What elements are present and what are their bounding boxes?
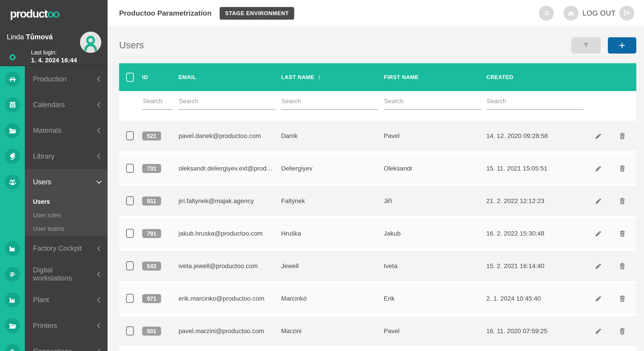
sidebar-icon-circle[interactable] (5, 72, 20, 86)
sidebar-icon-circle[interactable] (5, 241, 20, 256)
column-header-created[interactable]: CREATED (486, 63, 514, 91)
chevron (90, 245, 108, 252)
delete-button[interactable] (618, 131, 627, 141)
search-input-email[interactable] (178, 98, 276, 110)
edit-button[interactable] (594, 131, 603, 141)
chevron-down-icon (95, 178, 102, 186)
chevron (90, 322, 108, 329)
row-email: pavel.danek@productoo.com (178, 121, 261, 151)
logout-button[interactable] (619, 6, 634, 20)
productoo-logo[interactable]: productoo (10, 7, 59, 20)
row-checkbox[interactable] (126, 294, 134, 303)
add-user-button[interactable] (608, 37, 636, 53)
search-input-last-name[interactable] (281, 98, 378, 110)
sidebar-icon-circle[interactable] (5, 123, 20, 138)
edit-button[interactable] (594, 294, 603, 303)
delete-button[interactable] (618, 326, 627, 336)
search-input-first-name[interactable] (384, 98, 481, 110)
sidebar-item-library[interactable]: Library (0, 143, 108, 169)
row-email: oleksandr.deliergiyev.ext@prod… (178, 153, 273, 183)
edit-button[interactable] (594, 164, 603, 173)
logo-text: product (10, 7, 47, 20)
sidebar-subitem-user-teams[interactable]: User teams (0, 222, 108, 236)
delete-button[interactable] (618, 196, 627, 206)
sidebar-item-printers[interactable]: Printers (0, 313, 108, 339)
edit-button[interactable] (594, 326, 603, 336)
row-first-name: Pavel (384, 316, 400, 346)
delete-button[interactable] (618, 294, 627, 303)
pencil-icon (594, 132, 603, 140)
list-icon (542, 9, 551, 17)
sidebar-item-materials[interactable]: Materials (0, 118, 108, 143)
delete-button[interactable] (618, 261, 627, 271)
sidebar-item-digital-workstations[interactable]: Digital workstations (0, 261, 108, 287)
trash-icon (618, 164, 626, 173)
sidebar-icon-circle[interactable] (5, 267, 20, 282)
table-search-row (119, 91, 636, 117)
row-created: 14. 12. 2020 09:28:58 (486, 121, 548, 151)
sidebar-item-label: Printers (33, 322, 90, 330)
pencil-icon (594, 327, 603, 336)
app-title: Productoo Parametrization (119, 9, 212, 17)
row-id-badge: 791 (142, 229, 161, 238)
sidebar-item-label: Users (33, 178, 90, 186)
sidebar-item-connections[interactable]: Connections (0, 339, 108, 351)
delete-button[interactable] (618, 229, 627, 238)
table-body: 521 pavel.danek@productoo.com Danìk Pave… (119, 121, 636, 346)
search-input-created[interactable] (486, 98, 584, 110)
column-header-email[interactable]: EMAIL (178, 63, 196, 91)
lines-icon (8, 348, 17, 351)
sidebar-icon-circle[interactable] (5, 149, 20, 164)
table-row: 501 pavel.marzini@productoo.com Marzini … (119, 316, 636, 346)
sidebar-item-users[interactable]: Users (0, 169, 108, 195)
edit-button[interactable] (594, 229, 603, 238)
edit-button[interactable] (594, 196, 603, 206)
search-input-id[interactable] (142, 98, 173, 110)
row-id-badge: 971 (142, 294, 161, 303)
row-checkbox[interactable] (126, 326, 134, 336)
sidebar-icon-circle[interactable] (5, 293, 20, 308)
column-header-id[interactable]: ID (142, 63, 148, 91)
filter-button[interactable] (571, 37, 600, 53)
row-id-badge: 731 (142, 164, 161, 173)
sidebar-icon-circle[interactable] (5, 344, 20, 351)
table-row: 731 oleksandr.deliergiyev.ext@prod… Deli… (119, 153, 636, 183)
sidebar-item-factory-cockpit[interactable]: Factory Cockpit (0, 236, 108, 261)
sidebar-subitem-users[interactable]: Users (0, 195, 108, 209)
users-table: ID EMAIL LAST NAME↑ FIRST NAME CREATED 5… (119, 63, 636, 351)
row-created: 21. 2. 2022 12:12:23 (486, 186, 544, 216)
row-checkbox[interactable] (126, 229, 134, 238)
sidebar-item-calendars[interactable]: Calendars (0, 92, 108, 118)
chevron (90, 271, 108, 278)
trash-icon (618, 262, 626, 270)
home-icon (567, 9, 575, 17)
delete-button[interactable] (618, 164, 627, 173)
sidebar-icon-circle[interactable] (5, 97, 20, 112)
menu-list-button[interactable] (539, 6, 554, 20)
row-checkbox[interactable] (126, 164, 134, 173)
sort-asc-icon: ↑ (318, 73, 321, 81)
column-header-first-name[interactable]: FIRST NAME (384, 63, 419, 91)
trash-icon (618, 327, 626, 336)
row-created: 2. 1. 2024 10:45:40 (486, 284, 541, 314)
avatar[interactable] (80, 32, 101, 53)
row-first-name: Oleksandr (384, 153, 412, 183)
select-all-checkbox[interactable] (126, 73, 134, 82)
chevron-left-icon (95, 296, 102, 304)
last-login-label: Last login: (31, 49, 57, 56)
column-header-last-name[interactable]: LAST NAME↑ (281, 63, 321, 91)
sidebar-item-production[interactable]: Production (0, 66, 108, 92)
edit-button[interactable] (594, 261, 603, 271)
row-checkbox[interactable] (126, 131, 134, 140)
sidebar-icon-circle[interactable] (5, 318, 20, 333)
row-checkbox[interactable] (126, 196, 134, 205)
logout-label[interactable]: LOG OUT (582, 9, 616, 17)
row-checkbox[interactable] (126, 261, 134, 270)
home-button[interactable] (564, 6, 578, 20)
folder-open-icon (8, 322, 17, 330)
sidebar-subitem-user-roles[interactable]: User roles (0, 209, 108, 222)
row-created: 16. 2. 2022 15:30:48 (486, 218, 544, 249)
sidebar-item-plant[interactable]: Plant (0, 287, 108, 313)
sidebar-icon-circle[interactable] (5, 175, 20, 190)
chevron-left-icon (95, 322, 102, 329)
